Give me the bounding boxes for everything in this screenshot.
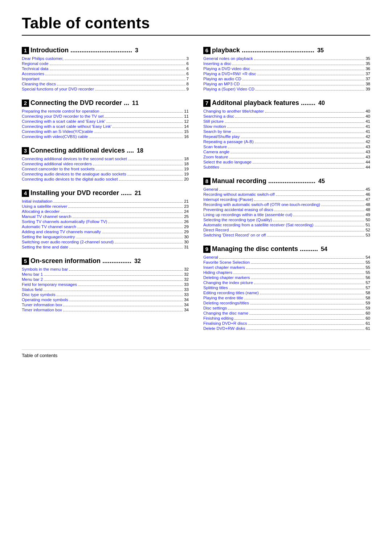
toc-entry-text: Deleting recordings/titles bbox=[203, 301, 249, 305]
toc-entry[interactable]: Dear Philips customer,3 bbox=[22, 56, 189, 61]
toc-entry-page: 11 bbox=[184, 114, 189, 118]
toc-entry[interactable]: Zoom feature43 bbox=[203, 155, 370, 159]
toc-entry-text: Switching 'Direct Record' on or off bbox=[203, 233, 266, 237]
toc-entry[interactable]: Important7 bbox=[22, 77, 189, 81]
toc-entry[interactable]: Lining up recordings within a title (ass… bbox=[203, 213, 370, 217]
toc-entry[interactable]: Menu bar 132 bbox=[22, 272, 189, 276]
toc-entry[interactable]: General45 bbox=[203, 187, 370, 191]
toc-entry[interactable]: Regional code6 bbox=[22, 61, 189, 66]
toc-entry[interactable]: Switching over audio recording (2-channe… bbox=[22, 240, 189, 244]
toc-entry-dots bbox=[65, 60, 185, 60]
toc-entry[interactable]: Connecting with a scart cable without 'E… bbox=[22, 124, 189, 129]
toc-entry[interactable]: Cleaning the discs8 bbox=[22, 82, 189, 86]
toc-entry[interactable]: Playing a DVD video disc36 bbox=[203, 66, 370, 71]
toc-entry[interactable]: Playing the entire title58 bbox=[203, 296, 370, 300]
toc-entry[interactable]: General notes on playback35 bbox=[203, 56, 370, 61]
toc-entry[interactable]: Automatic TV channel search29 bbox=[22, 225, 189, 229]
toc-entry[interactable]: Recording with automatic switch-off (OTR… bbox=[203, 202, 370, 207]
toc-entry[interactable]: Favorite Scene Selection55 bbox=[203, 260, 370, 264]
toc-entry[interactable]: Connecting with a scart cable and 'Easy … bbox=[22, 119, 189, 124]
toc-entry[interactable]: Connecting audio devices to the analogue… bbox=[22, 172, 189, 176]
toc-entry[interactable]: Changing the index picture57 bbox=[203, 280, 370, 285]
toc-entry[interactable]: Slow motion41 bbox=[203, 124, 370, 129]
toc-entry[interactable]: Disc type symbols33 bbox=[22, 292, 189, 297]
toc-entry-dots bbox=[321, 206, 364, 206]
toc-entry[interactable]: Hiding chapters55 bbox=[203, 270, 370, 275]
toc-entry[interactable]: Playing a DVD+RW/ +R disc37 bbox=[203, 72, 370, 76]
toc-entry-dots bbox=[115, 243, 183, 243]
toc-entry[interactable]: Using a satellite receiver23 bbox=[22, 204, 189, 209]
toc-entry[interactable]: Delete DVD+RW disks61 bbox=[203, 326, 370, 331]
toc-entry[interactable]: Splitting titles57 bbox=[203, 286, 370, 290]
toc-entry[interactable]: Deleting chapter markers56 bbox=[203, 275, 370, 280]
toc-entry[interactable]: Deleting recordings/titles59 bbox=[203, 301, 370, 305]
section-header: 9Managing the disc contents ..........54 bbox=[203, 245, 370, 253]
toc-entry-text: Automatic recording from a satellite rec… bbox=[203, 223, 314, 227]
toc-entry[interactable]: Special functions of your DVD recorder9 bbox=[22, 87, 189, 91]
toc-entry[interactable]: Allocating a decoder24 bbox=[22, 209, 189, 214]
toc-entry[interactable]: Manual TV channel search25 bbox=[22, 214, 189, 219]
toc-entry[interactable]: Repeat/Shuffle play42 bbox=[203, 134, 370, 139]
toc-entry[interactable]: Insert chapter markers55 bbox=[203, 265, 370, 270]
toc-entry[interactable]: Connect camcorder to the front sockets19 bbox=[22, 167, 189, 171]
toc-entry[interactable]: Editing recording titles (name)58 bbox=[203, 291, 370, 295]
toc-entry[interactable]: Interrupt recording (Pause)47 bbox=[203, 197, 370, 202]
toc-entry[interactable]: Sorting TV channels automatically (Follo… bbox=[22, 219, 189, 224]
toc-entry[interactable]: Connecting with an S-Video(Y/C)cable15 bbox=[22, 129, 189, 134]
toc-entry[interactable]: Inserting a disc35 bbox=[203, 61, 370, 66]
toc-entry-text: Disc settings bbox=[203, 306, 227, 310]
toc-entry[interactable]: Finalising DVD+R discs61 bbox=[203, 321, 370, 325]
toc-entry[interactable]: Status field33 bbox=[22, 287, 189, 292]
toc-entry-page: 12 bbox=[184, 119, 189, 124]
toc-entry[interactable]: Connecting additional devices to the sec… bbox=[22, 157, 189, 161]
toc-entry[interactable]: Subtitles44 bbox=[203, 165, 370, 169]
toc-entry[interactable]: Accessories6 bbox=[22, 72, 189, 76]
toc-entry[interactable]: Playing a (Super) Video CD39 bbox=[203, 87, 370, 91]
toc-entry[interactable]: Connecting with video(CVBS) cable16 bbox=[22, 134, 189, 139]
toc-entry[interactable]: Scan feature43 bbox=[203, 145, 370, 149]
toc-entry[interactable]: Switching 'Direct Record' on or off53 bbox=[203, 233, 370, 237]
toc-entry[interactable]: Connecting audio devices to the digital … bbox=[22, 177, 189, 181]
toc-entry[interactable]: Camera angle43 bbox=[203, 150, 370, 154]
toc-entry[interactable]: Disc settings59 bbox=[203, 306, 370, 310]
toc-entry[interactable]: Connecting your DVD recorder to the TV s… bbox=[22, 114, 189, 118]
section-number: 3 bbox=[22, 147, 29, 154]
toc-entry-text: Setting the language/country bbox=[22, 235, 75, 239]
toc-entry[interactable]: Recording without automatic switch-off46 bbox=[203, 192, 370, 197]
toc-entry[interactable]: Technical data6 bbox=[22, 66, 189, 71]
toc-entry[interactable]: Changing the disc name60 bbox=[203, 311, 370, 315]
toc-entry[interactable]: General54 bbox=[203, 255, 370, 259]
toc-entry[interactable]: Symbols in the menu bar32 bbox=[22, 267, 189, 271]
toc-entry[interactable]: Direct Record52 bbox=[203, 228, 370, 232]
toc-entry[interactable]: Setting the language/country30 bbox=[22, 235, 189, 239]
toc-entry[interactable]: Menu bar 232 bbox=[22, 277, 189, 282]
toc-entry[interactable]: Changing to another title/chapter40 bbox=[203, 109, 370, 113]
toc-entry[interactable]: Field for temporary messages33 bbox=[22, 282, 189, 287]
toc-entry[interactable]: Setting the time and date31 bbox=[22, 245, 189, 249]
toc-entry-dots bbox=[241, 138, 364, 138]
toc-entry-text: Initial installation bbox=[22, 199, 52, 203]
toc-entry[interactable]: Select the audio language44 bbox=[203, 160, 370, 164]
toc-entry[interactable]: Initial installation21 bbox=[22, 199, 189, 203]
toc-entry[interactable]: Repeating a passage (A-B)42 bbox=[203, 139, 370, 144]
toc-entry[interactable]: Selecting the recording type (Quality)50 bbox=[203, 218, 370, 222]
toc-entry[interactable]: Automatic recording from a satellite rec… bbox=[203, 223, 370, 227]
toc-entry-text: Important bbox=[22, 77, 40, 81]
toc-entry[interactable]: Still picture41 bbox=[203, 119, 370, 124]
toc-entry[interactable]: Preventing accidental erasing of discs48 bbox=[203, 207, 370, 212]
toc-entry-page: 6 bbox=[187, 61, 189, 66]
toc-entry[interactable]: Operating mode symbols34 bbox=[22, 298, 189, 302]
toc-entry[interactable]: Timer information box34 bbox=[22, 308, 189, 312]
toc-entry[interactable]: Tuner information box34 bbox=[22, 303, 189, 307]
toc-entry[interactable]: Connecting additional video recorders18 bbox=[22, 162, 189, 166]
toc-entry-text: Preparing the remote control for operati… bbox=[22, 109, 99, 113]
toc-entry[interactable]: Finishing editing60 bbox=[203, 316, 370, 320]
toc-entry[interactable]: Adding and clearing TV channels manually… bbox=[22, 230, 189, 234]
toc-entry-dots bbox=[69, 301, 183, 301]
toc-entry[interactable]: Playing an MP3 CD38 bbox=[203, 82, 370, 86]
section-number: 7 bbox=[203, 100, 211, 107]
toc-entry[interactable]: Search by time41 bbox=[203, 129, 370, 134]
toc-entry[interactable]: Playing an audio CD37 bbox=[203, 77, 370, 81]
toc-entry[interactable]: Searching a disc40 bbox=[203, 114, 370, 118]
toc-entry[interactable]: Preparing the remote control for operati… bbox=[22, 109, 189, 113]
